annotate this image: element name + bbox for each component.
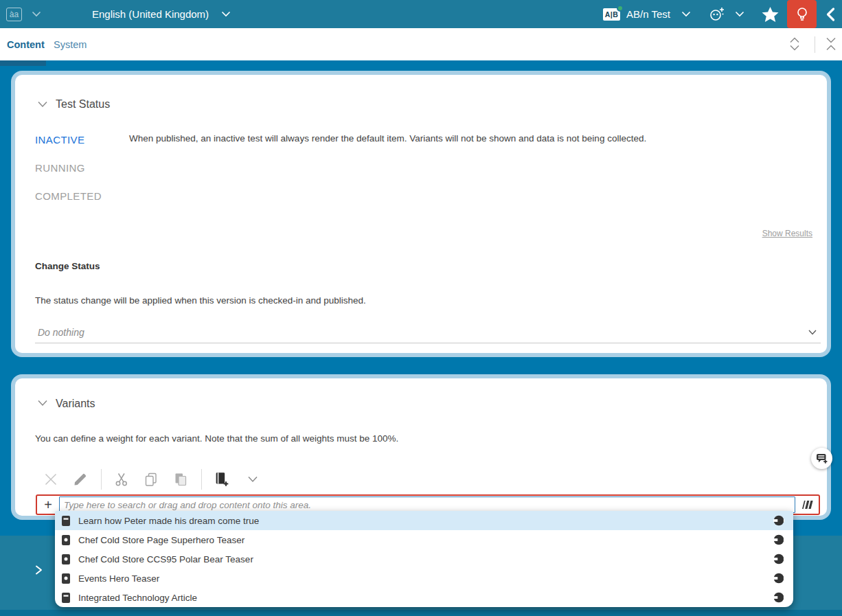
- comment-add-icon: [815, 452, 828, 465]
- section-title: Variants: [56, 398, 95, 410]
- paste-button[interactable]: [172, 470, 190, 488]
- collapse-sections-button[interactable]: [822, 35, 840, 53]
- active-tab-indicator: [0, 60, 46, 66]
- status-description: When published, an inactive test will al…: [129, 133, 782, 144]
- suggestion-item[interactable]: Events Hero Teaser: [55, 569, 793, 588]
- chevron-left-icon: [823, 6, 837, 23]
- suggestion-item[interactable]: Integrated Technology Article: [55, 588, 793, 607]
- globe-icon: [773, 534, 784, 545]
- cut-button[interactable]: [113, 470, 130, 488]
- gear-sparkle-button[interactable]: [708, 0, 744, 28]
- variants-panel: Variants You can define a weight for eac…: [11, 374, 831, 520]
- change-status-description: The status change will be applied when t…: [35, 295, 366, 306]
- suggestion-label: Chef Cold Store Page Superhero Teaser: [78, 535, 773, 545]
- add-comment-button[interactable]: [811, 448, 832, 469]
- chevron-down-icon: [247, 476, 258, 483]
- new-item-button[interactable]: [213, 470, 231, 488]
- copy-icon: [143, 471, 159, 488]
- globe-icon: [773, 592, 784, 603]
- chevron-down-icon: [32, 11, 41, 17]
- chevron-down-icon: [808, 330, 817, 335]
- expand-sections-button[interactable]: [786, 35, 804, 53]
- divider: [101, 469, 102, 490]
- bottom-edge-strip: [0, 610, 842, 616]
- divider: [815, 36, 815, 53]
- language-selector[interactable]: English (United Kingdom): [92, 0, 231, 28]
- paste-icon: [172, 471, 189, 488]
- new-item-menu-button[interactable]: [244, 470, 262, 488]
- test-status-panel: Test Status INACTIVE When published, an …: [11, 71, 831, 357]
- section-title: Test Status: [56, 98, 110, 111]
- collapse-sections-icon: [822, 35, 840, 53]
- chevron-down-icon: [735, 11, 744, 17]
- copy-button[interactable]: [142, 470, 160, 488]
- tab-system[interactable]: System: [54, 28, 87, 60]
- document-icon: [62, 573, 70, 584]
- tab-system-label: System: [54, 39, 87, 50]
- language-icon: àa: [6, 8, 22, 21]
- test-type-label: AB/n Test: [626, 8, 670, 20]
- tab-content-label: Content: [7, 39, 45, 50]
- delete-icon: [43, 471, 59, 488]
- suggestion-label: Integrated Technology Article: [78, 593, 773, 603]
- collapse-panel-button[interactable]: [823, 0, 837, 28]
- expand-sections-icon: [786, 35, 804, 53]
- ab-test-icon: A|B: [603, 8, 620, 21]
- suggestion-item[interactable]: Chef Cold Store Page Superhero Teaser: [55, 530, 793, 549]
- variants-description: You can define a weight for each variant…: [35, 433, 398, 444]
- change-status-value: Do nothing: [38, 327, 84, 338]
- cut-icon: [113, 471, 130, 488]
- chevron-down-icon: [681, 11, 691, 17]
- section-chevron-icon[interactable]: [37, 101, 48, 108]
- delete-button[interactable]: [42, 470, 60, 488]
- star-icon: [761, 5, 780, 23]
- section-chevron-icon[interactable]: [37, 400, 48, 407]
- edit-button[interactable]: [71, 470, 89, 488]
- status-dot: [617, 5, 624, 12]
- suggestion-label: Events Hero Teaser: [78, 573, 773, 584]
- edit-icon: [72, 471, 89, 488]
- field-menu-button[interactable]: [795, 498, 819, 512]
- globe-icon: [773, 573, 784, 584]
- tab-bar: Content System: [0, 28, 842, 60]
- suggestion-item[interactable]: Learn how Peter made his dream come true: [55, 511, 793, 530]
- suggestion-item[interactable]: Chef Cold Store CCS95 Polar Bear Teaser: [55, 549, 793, 569]
- ab-badge-text: A|B: [605, 10, 619, 19]
- test-type-selector[interactable]: A|B AB/n Test: [603, 0, 691, 28]
- document-icon: [62, 593, 70, 603]
- change-status-title: Change Status: [35, 261, 100, 271]
- document-icon: [62, 535, 70, 545]
- status-inactive[interactable]: INACTIVE: [35, 134, 84, 146]
- new-item-icon: [213, 470, 231, 488]
- status-running[interactable]: RUNNING: [35, 162, 85, 174]
- tab-content[interactable]: Content: [7, 28, 45, 60]
- document-icon: [62, 516, 70, 526]
- change-status-select[interactable]: Do nothing: [35, 323, 821, 343]
- chevron-down-icon: [221, 11, 231, 17]
- globe-icon: [773, 515, 784, 526]
- divider: [201, 469, 202, 490]
- globe-icon: [773, 554, 784, 564]
- show-results-link[interactable]: Show Results: [762, 229, 812, 238]
- variants-toolbar: [42, 468, 273, 490]
- lightbulb-icon: [794, 5, 810, 23]
- search-suggestions-dropdown: Learn how Peter made his dream come true…: [55, 511, 793, 607]
- chevron-right-icon: [33, 563, 45, 577]
- suggestion-alert-button[interactable]: [787, 0, 817, 28]
- suggestion-label: Learn how Peter made his dream come true: [78, 516, 773, 526]
- collapsed-section-toggle[interactable]: [33, 563, 45, 580]
- suggestion-label: Chef Cold Store CCS95 Polar Bear Teaser: [78, 554, 773, 564]
- status-completed[interactable]: COMPLETED: [35, 190, 102, 202]
- top-bar: àa English (United Kingdom) A|B AB/n Tes…: [0, 0, 842, 28]
- language-label: English (United Kingdom): [92, 8, 209, 20]
- document-icon: [62, 554, 70, 564]
- gear-sparkle-icon: [708, 5, 726, 23]
- language-icon-button[interactable]: àa: [6, 0, 41, 28]
- favorite-button[interactable]: [761, 0, 780, 28]
- field-menu-icon: [799, 498, 815, 512]
